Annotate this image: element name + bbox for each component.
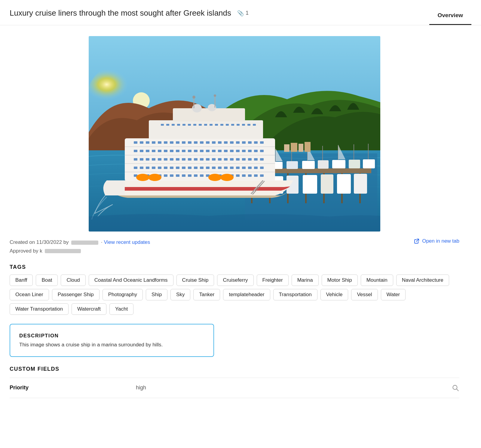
paperclip-icon: 📎 [237,10,244,17]
svg-rect-34 [337,174,351,194]
svg-rect-89 [134,158,137,161]
svg-rect-91 [146,158,149,161]
svg-rect-152 [248,174,252,177]
custom-fields-table: Priority high [10,378,459,398]
tag-item[interactable]: Transportation [273,289,317,300]
svg-rect-96 [176,158,179,161]
svg-rect-157 [166,124,169,126]
svg-rect-37 [291,143,297,152]
tag-item[interactable]: Motor Ship [322,275,358,286]
custom-fields-label: CUSTOM FIELDS [10,366,459,372]
svg-rect-71 [158,150,161,152]
svg-rect-62 [236,141,240,144]
tag-item[interactable]: templateheader [223,289,270,300]
svg-rect-25 [349,160,360,168]
svg-rect-110 [260,158,264,161]
svg-rect-75 [182,150,185,152]
svg-rect-131 [254,167,258,169]
tag-item[interactable]: Passenger Ship [52,289,100,300]
svg-rect-173 [253,124,256,126]
svg-rect-33 [321,174,333,194]
svg-rect-17 [286,161,298,169]
svg-rect-97 [182,158,185,161]
svg-rect-23 [332,160,345,168]
svg-rect-102 [212,158,216,161]
tag-item[interactable]: Watercraft [72,303,106,315]
svg-rect-161 [188,124,191,126]
svg-rect-98 [188,158,191,161]
svg-rect-79 [206,150,210,152]
svg-rect-86 [248,150,252,152]
tag-item[interactable]: Water Transportation [10,303,69,315]
custom-field-key: Priority [10,385,136,391]
tag-item[interactable]: Naval Architecture [396,275,449,286]
view-updates-link[interactable]: View recent updates [104,239,150,245]
svg-rect-39 [305,142,311,152]
svg-rect-142 [188,174,191,177]
svg-rect-126 [224,167,228,169]
svg-rect-19 [302,161,315,169]
tag-item[interactable]: Vessel [351,289,378,300]
open-new-tab-link[interactable]: Open in new tab [414,238,459,244]
hero-svg [89,36,380,232]
svg-point-181 [136,174,149,181]
tag-item[interactable]: Yacht [109,303,133,315]
svg-rect-144 [200,174,204,177]
svg-rect-72 [164,150,167,152]
tag-item[interactable]: Coastal And Oceanic Landforms [89,275,173,286]
svg-rect-112 [140,167,143,169]
tag-item[interactable]: Marina [292,275,319,286]
svg-rect-171 [242,124,245,126]
svg-rect-68 [140,150,143,152]
svg-rect-164 [204,124,207,126]
svg-rect-82 [224,150,228,152]
svg-rect-49 [158,141,161,144]
svg-rect-35 [354,174,367,194]
svg-rect-101 [206,158,210,161]
description-text: This image shows a cruise ship in a mari… [19,342,204,348]
tag-item[interactable]: Cruiseferry [217,275,253,286]
tag-item[interactable]: Water [381,289,406,300]
svg-rect-114 [152,167,155,169]
svg-rect-36 [284,144,290,152]
svg-rect-74 [176,150,179,152]
svg-rect-119 [182,167,185,169]
description-label: DESCRIPTION [19,333,204,339]
svg-rect-167 [220,124,223,126]
hero-image [89,36,380,232]
tab-overview[interactable]: Overview [429,7,472,25]
svg-rect-120 [188,167,191,169]
tag-item[interactable]: Ship [146,289,167,300]
attachment-count: 1 [246,10,249,16]
tag-item[interactable]: Boat [36,275,58,286]
svg-rect-140 [176,174,179,177]
svg-rect-153 [254,174,258,177]
svg-rect-104 [224,158,228,161]
svg-rect-132 [260,167,264,169]
custom-field-search[interactable] [452,384,459,392]
svg-rect-32 [303,175,317,194]
svg-rect-139 [170,174,173,177]
svg-rect-56 [200,141,204,144]
tag-item[interactable]: Banff [10,275,33,286]
svg-rect-106 [236,158,240,161]
svg-rect-105 [230,158,234,161]
meta-left: Created on 11/30/2022 by · View recent u… [10,238,150,256]
tag-item[interactable]: Freighter [257,275,289,286]
header: Luxury cruise liners through the most so… [0,0,481,25]
tag-item[interactable]: Cloud [61,275,85,286]
tag-item[interactable]: Tanker [193,289,220,300]
svg-rect-93 [158,158,161,161]
tag-item[interactable]: Sky [170,289,190,300]
svg-rect-160 [182,124,185,126]
tag-item[interactable]: Ocean Liner [10,289,49,300]
svg-rect-38 [299,144,303,152]
tag-item[interactable]: Cruise Ship [176,275,214,286]
tag-item[interactable]: Mountain [361,275,393,286]
tag-item[interactable]: Vehicle [320,289,348,300]
custom-field-value: high [136,385,452,391]
attachment-badge[interactable]: 📎 1 [237,10,249,17]
svg-rect-52 [176,141,179,144]
tag-item[interactable]: Photography [103,289,143,300]
svg-rect-81 [218,150,222,152]
